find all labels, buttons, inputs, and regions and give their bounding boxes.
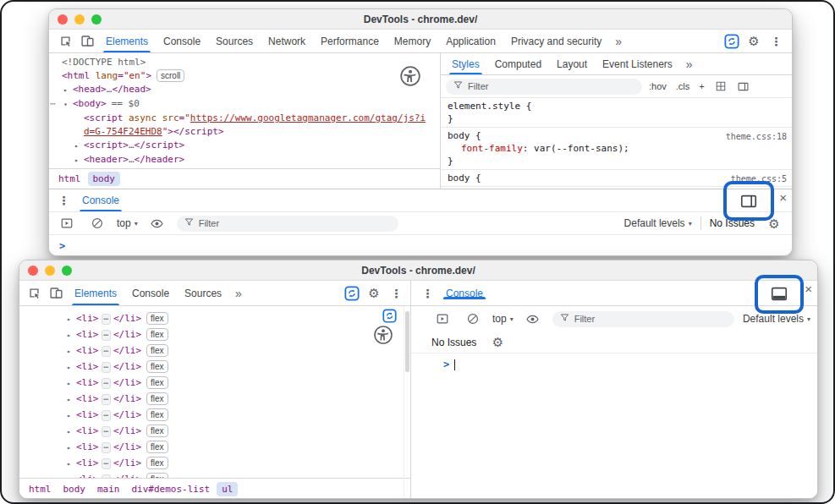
close-window-button[interactable] [28,266,38,276]
titlebar[interactable]: DevTools - chrome.dev/ [49,9,792,30]
menu-dots-icon[interactable]: ⋮ [385,283,407,304]
tab-layout[interactable]: Layout [549,53,595,74]
close-drawer-icon[interactable]: × [779,190,787,205]
log-levels-dropdown[interactable]: Default levels ▾ [624,217,692,229]
javascript-context-selector[interactable]: top ▾ [492,313,514,325]
flex-badge[interactable]: flex [146,425,168,437]
dom-tree-node[interactable]: ▸<li>⋯</li>flex [19,375,410,392]
dom-tree-node[interactable]: ▸<li>⋯</li>flex [19,424,410,440]
disclosure-arrow-icon[interactable]: ▸ [67,473,76,478]
javascript-context-selector[interactable]: top ▾ [117,217,138,229]
breadcrumb-item-html[interactable]: html [53,172,86,186]
console-prompt[interactable]: > [411,353,817,375]
log-levels-dropdown[interactable]: Default levels ▾ [743,313,810,325]
styles-filter[interactable] [446,79,642,95]
inspect-element-icon[interactable] [54,31,76,52]
disclosure-arrow-icon[interactable]: ▾ [63,98,73,112]
tab-application[interactable]: Application [438,30,503,52]
console-filter-input[interactable] [574,314,728,324]
breadcrumb-item-main[interactable]: main [92,482,125,496]
css-selector[interactable]: element.style [448,101,520,112]
css-property-value[interactable]: var(--font-sans) [534,143,624,154]
disclosure-arrow-icon[interactable]: ▸ [67,360,76,375]
dom-tree-node[interactable]: ▸<li>⋯</li>flex [19,359,410,375]
node-menu-dots-icon[interactable]: ⋯ [50,97,54,111]
grid-icon[interactable] [711,76,730,96]
tab-computed[interactable]: Computed [487,53,549,74]
disclosure-arrow-icon[interactable]: ▸ [74,140,84,153]
sync-icon[interactable] [721,31,743,52]
dom-tree-node[interactable]: ▸<li>⋯</li>flex [19,472,410,478]
css-selector[interactable]: body [448,130,470,141]
console-sidebar-icon[interactable] [56,213,78,233]
disclosure-arrow-icon[interactable]: ▸ [67,425,76,440]
console-filter[interactable] [177,216,398,232]
flex-badge[interactable]: flex [146,457,168,469]
dom-tree-node[interactable]: ▸<main>…</main> [49,167,440,168]
disclosure-arrow-icon[interactable]: ▸ [67,457,76,472]
dom-tree-node[interactable]: ▸<li>⋯</li>flex [19,311,410,327]
flex-badge[interactable]: flex [146,473,168,478]
close-window-button[interactable] [58,14,68,25]
dom-tree-node[interactable]: <html lang="en">scroll [49,69,440,83]
tab-privacy-and-security[interactable]: Privacy and security [503,30,609,52]
breadcrumb-item-body[interactable]: body [58,482,91,496]
accessibility-icon[interactable] [399,65,421,87]
dom-tree-node[interactable]: ▸<li>⋯</li>flex [19,392,410,408]
flex-badge[interactable]: flex [146,392,168,405]
accessibility-icon[interactable] [373,325,393,345]
tab-console[interactable]: Console [124,281,177,305]
dom-tree-node[interactable]: ▸<li>⋯</li>flex [19,440,410,456]
tab-console[interactable]: Console [156,30,208,52]
dom-tree-node[interactable]: ▸<li>⋯</li>flex [19,327,410,343]
tab-sources[interactable]: Sources [208,30,261,52]
scroll-badge[interactable]: scroll [157,69,184,82]
dom-tree-node[interactable]: ▸<li>⋯</li>flex [19,343,410,359]
drawer-menu-dots-icon[interactable]: ⋮ [416,283,438,304]
stylesheet-link[interactable]: theme.css:18 [726,130,787,143]
tab-styles[interactable]: Styles [444,53,487,74]
css-rule-header[interactable]: body {theme.css:18 [441,129,792,142]
console-filter[interactable] [552,311,734,327]
css-selector[interactable]: body [448,173,470,184]
console-settings-gear-icon[interactable]: ⚙ [486,332,508,353]
new-style-rule-button[interactable]: + [696,81,706,91]
flex-badge[interactable]: flex [146,441,168,453]
css-property-name[interactable]: font-family [461,143,523,154]
more-sidebar-tabs-icon[interactable]: » [680,58,699,71]
dom-tree-node[interactable]: ▸<header>…</header> [49,153,440,167]
dock-to-bottom-icon[interactable] [768,284,790,304]
tab-elements[interactable]: Elements [98,30,156,52]
css-declaration[interactable]: font-family: var(--font-sans); [441,142,792,155]
tab-console-drawer[interactable]: Console [74,189,127,211]
titlebar[interactable]: DevTools - chrome.dev/ [19,260,817,281]
drawer-menu-dots-icon[interactable]: ⋮ [52,190,74,211]
tab-performance[interactable]: Performance [313,30,387,52]
dom-tree-node[interactable]: ▸<li>⋯</li>flex [19,408,410,424]
fullscreen-window-button[interactable] [62,266,72,276]
sync-icon[interactable] [382,309,397,323]
dock-to-right-icon[interactable] [738,191,760,211]
flex-badge[interactable]: flex [146,376,168,389]
disclosure-arrow-icon[interactable]: ▸ [67,344,76,359]
dom-tree-node[interactable]: ▸<li>⋯</li>flex [19,456,410,472]
minimize-window-button[interactable] [74,14,85,25]
dom-tree-node[interactable]: ⋯▾<body>== $0 [49,97,440,112]
live-expression-eye-icon[interactable] [146,213,168,233]
disclosure-arrow-icon[interactable]: ▸ [67,328,76,343]
inspect-element-icon[interactable] [23,283,45,304]
styles-filter-input[interactable] [468,81,635,91]
disclosure-arrow-icon[interactable]: ▸ [63,84,73,97]
console-filter-input[interactable] [199,218,392,228]
settings-gear-icon[interactable]: ⚙ [743,31,765,52]
breadcrumb-item-div-demos-list[interactable]: div#demos-list [127,482,216,496]
tab-event-listeners[interactable]: Event Listeners [595,53,680,74]
tab-elements[interactable]: Elements [67,281,124,305]
console-sidebar-icon[interactable] [431,309,453,329]
toggle-pseudo-classes-button[interactable]: :hov [646,81,669,91]
disclosure-arrow-icon[interactable]: ▸ [67,441,76,456]
tab-network[interactable]: Network [261,30,313,52]
flex-badge[interactable]: flex [146,408,168,421]
minimize-window-button[interactable] [45,266,55,276]
disclosure-arrow-icon[interactable]: ▸ [74,154,84,167]
